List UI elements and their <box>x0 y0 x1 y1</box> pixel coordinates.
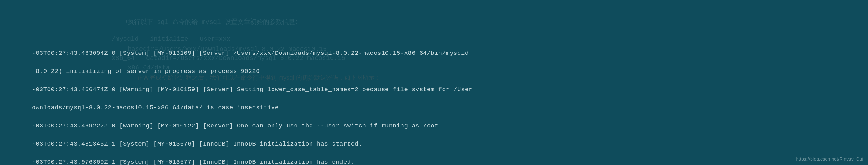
log-line: -03T00:27:43.469222Z 0 [Warning] [MY-010… <box>6 121 868 131</box>
log-line-continuation: 8.0.22) initializing of server in progre… <box>6 67 868 76</box>
log-line: -03T00:27:43.463094Z 0 [System] [MY-0131… <box>6 49 868 58</box>
log-line: -03T00:27:43.481345Z 1 [System] [MY-0135… <box>6 139 868 149</box>
log-line: -03T00:27:43.466474Z 0 [Warning] [MY-010… <box>6 85 868 94</box>
background-ghost-text: 中执行以下 sql 命令的给 mysql 设置文章初始的参数信息: <box>121 17 299 27</box>
watermark-text: https://blog.csdn.net/Rinvay_Cui <box>796 156 863 162</box>
log-line-continuation: ownloads/mysql-8.0.22-macos10.15-x86_64/… <box>6 103 868 113</box>
log-line: -03T00:27:43.976360Z 1 [System] [MY-0135… <box>6 158 868 165</box>
terminal-output: -03T00:27:43.463094Z 0 [System] [MY-0131… <box>6 40 868 165</box>
cursor-indicator <box>121 160 124 161</box>
